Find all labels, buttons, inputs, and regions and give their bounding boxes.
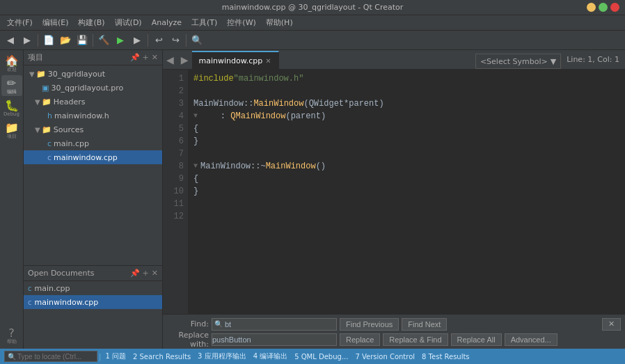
toolbar-search[interactable]: 🔍 xyxy=(189,33,205,48)
line-numbers: 1 2 3 4 5 6 7 8 9 10 11 12 xyxy=(163,70,188,314)
tree-item-mainwindow-cpp[interactable]: c mainwindow.cpp xyxy=(24,150,162,164)
code-line-11 xyxy=(193,198,619,210)
toolbar-forward[interactable]: ▶ xyxy=(19,33,35,48)
tree-item-root[interactable]: ▼ 📁 30_qgridlayout xyxy=(24,67,162,81)
tree-item-main-cpp[interactable]: c main.cpp xyxy=(24,136,162,150)
toolbar-open[interactable]: 📂 xyxy=(58,33,73,48)
sidebar-icons: 🏠 欢迎 ✏ 编辑 🐛 Debug 📁 项目 ? 帮助 xyxy=(0,50,24,349)
open-docs-close[interactable]: ✕ xyxy=(152,269,158,278)
sidebar-icon-project[interactable]: 📁 项目 xyxy=(1,120,22,141)
status-item-vcs[interactable]: 7 Version Control xyxy=(352,353,418,361)
toolbar-redo[interactable]: ↪ xyxy=(168,33,183,48)
file-tree-title: 项目 xyxy=(28,52,43,63)
tree-item-headers[interactable]: ▼ 📁 Headers xyxy=(24,95,162,109)
open-docs-add[interactable]: + xyxy=(143,269,149,278)
open-docs-header: Open Documents 📌 + ✕ xyxy=(24,266,162,281)
menu-help[interactable]: 帮助(H) xyxy=(262,16,297,29)
replace-label: Replace with: xyxy=(167,331,209,349)
menu-bar: 文件(F) 编辑(E) 构建(B) 调试(D) Analyze 工具(T) 控件… xyxy=(0,15,625,31)
minimize-button[interactable] xyxy=(587,3,596,12)
window-controls xyxy=(587,3,619,12)
open-docs-icons: 📌 + ✕ xyxy=(130,269,158,278)
toolbar-sep-1 xyxy=(38,34,38,47)
status-item-tests[interactable]: 8 Test Results xyxy=(419,353,473,361)
find-next-button[interactable]: Find Next xyxy=(402,318,447,331)
menu-edit[interactable]: 编辑(E) xyxy=(38,16,73,29)
menu-tools[interactable]: 工具(T) xyxy=(187,16,221,29)
toolbar-build[interactable]: 🔨 xyxy=(96,33,111,48)
toolbar-run[interactable]: ▶ xyxy=(113,33,128,48)
sidebar-icon-edit[interactable]: ✏ 编辑 xyxy=(1,75,22,96)
symbol-selector[interactable]: <Select Symbol> ▼ xyxy=(475,54,561,69)
code-line-3: MainWindow::MainWindow(QWidget *parent) xyxy=(193,97,619,110)
toolbar-sep-4 xyxy=(186,34,187,47)
find-close-button[interactable]: ✕ xyxy=(602,318,621,331)
maximize-button[interactable] xyxy=(599,3,608,12)
code-line-4: ▼ : QMainWindow(parent) xyxy=(193,110,619,122)
panel-header-icons: 📌 + ✕ xyxy=(130,53,158,62)
code-line-8: ▼MainWindow::~MainWindow() xyxy=(193,160,619,173)
sidebar-icon-help[interactable]: ? 帮助 xyxy=(1,325,22,346)
panel-add-icon[interactable]: + xyxy=(143,53,149,62)
sidebar-icon-debug[interactable]: 🐛 Debug xyxy=(1,97,22,118)
replace-button[interactable]: Replace xyxy=(340,333,380,346)
code-line-10: } xyxy=(193,185,619,198)
status-locate[interactable]: 🔍 xyxy=(4,351,97,362)
cpp-file-icon: c xyxy=(47,139,52,148)
tab-scroll-left[interactable]: ◀ xyxy=(163,54,177,65)
menu-file[interactable]: 文件(F) xyxy=(3,16,37,29)
search-bar: Find: 🔍 Find Previous Find Next ✕ Replac… xyxy=(163,314,625,349)
open-docs-pin[interactable]: 📌 xyxy=(130,269,140,278)
cpp-icon: c xyxy=(28,285,32,292)
toolbar: ◀ ▶ 📄 📂 💾 🔨 ▶ ▶ ↩ ↪ 🔍 xyxy=(0,31,625,50)
sidebar-icon-welcome[interactable]: 🏠 欢迎 xyxy=(1,53,22,74)
locate-input[interactable] xyxy=(17,353,94,361)
find-input-wrap: 🔍 xyxy=(212,318,337,331)
toolbar-undo[interactable]: ↩ xyxy=(151,33,166,48)
header-file-icon: h xyxy=(47,111,52,120)
debug-icon: 🐛 xyxy=(5,99,19,112)
status-item-qml[interactable]: 5 QML Debug... xyxy=(292,353,351,361)
editor-tab-mainwindow-cpp[interactable]: mainwindow.cpp ✕ xyxy=(192,51,279,69)
cpp-icon-sel: c xyxy=(28,299,32,306)
tree-item-sources[interactable]: ▼ 📁 Sources xyxy=(24,122,162,136)
panel-pin-icon[interactable]: 📌 xyxy=(130,53,140,62)
menu-build[interactable]: 构建(B) xyxy=(74,16,109,29)
menu-debug[interactable]: 调试(D) xyxy=(111,16,146,29)
toolbar-save[interactable]: 💾 xyxy=(74,33,90,48)
open-doc-main-cpp[interactable]: c main.cpp xyxy=(24,281,162,295)
editor-tabs-bar: ◀ ▶ mainwindow.cpp ✕ <Select Symbol> ▼ L… xyxy=(163,50,625,70)
panel-close-icon[interactable]: ✕ xyxy=(152,53,158,62)
code-line-2 xyxy=(193,85,619,97)
status-sep-0: | xyxy=(99,353,101,361)
cpp-file-icon-sel: c xyxy=(47,153,52,162)
toolbar-back[interactable]: ◀ xyxy=(3,33,18,48)
main-area: 🏠 欢迎 ✏ 编辑 🐛 Debug 📁 项目 ? 帮助 项目 📌 + ✕ xyxy=(0,50,625,349)
file-tree-panel: 项目 📌 + ✕ ▼ 📁 30_qgridlayout ▣ 30_qgridla… xyxy=(24,50,163,349)
file-tree-header: 项目 📌 + ✕ xyxy=(24,50,162,65)
replace-find-button[interactable]: Replace & Find xyxy=(383,333,448,346)
status-item-compile[interactable]: 4 编译输出 xyxy=(251,351,291,361)
toolbar-debug-run[interactable]: ▶ xyxy=(129,33,145,48)
advanced-button[interactable]: Advanced... xyxy=(505,333,557,346)
find-previous-button[interactable]: Find Previous xyxy=(340,318,399,331)
status-item-search[interactable]: 2 Search Results xyxy=(130,353,193,361)
replace-all-button[interactable]: Replace All xyxy=(451,333,502,346)
close-button[interactable] xyxy=(610,3,619,12)
replace-input[interactable] xyxy=(212,335,324,344)
menu-widgets[interactable]: 控件(W) xyxy=(223,16,260,29)
status-item-problems[interactable]: 1 问题 xyxy=(102,351,129,361)
code-area[interactable]: #include "mainwindow.h" MainWindow::Main… xyxy=(188,70,625,314)
toolbar-new[interactable]: 📄 xyxy=(41,33,56,48)
tree-item-pro[interactable]: ▣ 30_qgridlayout.pro xyxy=(24,81,162,95)
find-icon: 🔍 xyxy=(212,320,225,328)
status-item-app-output[interactable]: 3 应用程序输出 xyxy=(195,351,249,361)
open-docs-list: c main.cpp c mainwindow.cpp xyxy=(24,281,162,349)
tab-close-icon[interactable]: ✕ xyxy=(265,57,271,65)
menu-analyze[interactable]: Analyze xyxy=(148,17,186,29)
tab-scroll-right[interactable]: ▶ xyxy=(177,54,192,65)
open-doc-mainwindow-cpp[interactable]: c mainwindow.cpp xyxy=(24,295,162,309)
find-input[interactable] xyxy=(225,320,322,329)
tree-item-mainwindow-h[interactable]: h mainwindow.h xyxy=(24,109,162,122)
folder-icon: 📁 xyxy=(36,70,46,79)
